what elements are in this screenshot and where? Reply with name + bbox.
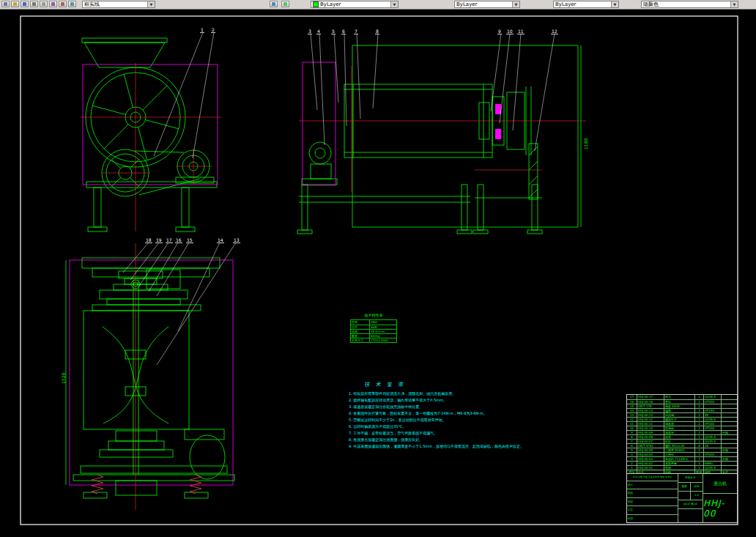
signature-header: 标记 处数 分区 更改文件号 签名 年月日 [627,474,678,481]
sheet-info: 共1张 第1张 [678,500,703,509]
chevron-down-icon[interactable]: ▼ [611,1,618,7]
save-icon[interactable] [21,1,29,7]
lineweight-value: ByLayer [555,1,576,7]
toolbar: 粗实线 ▼ ByLayer ▼ ByLayer ▼ ByLayer ▼ 随颜色 … [0,0,756,10]
drawing-canvas[interactable]: 1 2 3 4 5 6 7 8 9 10 11 12 18 19 17 16 1… [0,9,756,537]
signature-grid: 标记 处数 分区 更改文件号 签名 年月日 设计 校核 审核 工艺 批准 [627,474,678,522]
dimension-side-height: 1180 [584,138,588,149]
chevron-down-icon[interactable]: ▼ [512,1,519,7]
callout-11: 11 [517,29,525,34]
chevron-down-icon[interactable]: ▼ [147,1,155,7]
chevron-down-icon[interactable]: ▼ [730,1,738,7]
color-combo[interactable]: ByLayer ▼ [311,1,399,8]
tech-req-line: 6. 运转时轴承温升不得超过35℃。 [349,423,546,430]
weight-scale-labels: 重量比例 [678,483,703,492]
weight-scale-values: 1:5 [678,492,703,500]
parts-list-row: 9HHJ-00-09 减速器1 外购 [627,430,737,434]
parts-list-row: 13HHJ-00-13 搅拌轴1 45 [627,412,737,417]
stage-label: 阶段标记 [678,474,703,483]
front-view-guard [83,64,218,185]
title-block: 标记 处数 分区 更改文件号 签名 年月日 设计 校核 审核 工艺 批准 阶段标… [626,474,738,523]
tech-req-title: 技 术 要 求 [365,381,546,388]
callout-16: 16 [175,238,182,243]
print-preview-icon[interactable] [40,1,48,7]
callout-8: 8 [375,29,379,34]
callout-13: 13 [233,238,240,243]
parts-list-row: 1HHJ-00-01 底座1 Q235-A [627,465,737,470]
parts-list-row: 11HHJ-00-11 轴承座2 HT200 [627,421,737,426]
callout-14: 14 [217,238,224,243]
tech-req-lines: 1. 组装前所有零部件均应清洗干净，清除毛刺、油污及机械杂质。2. 搅拌轴装配后… [349,390,546,450]
zoom-window-icon[interactable] [270,1,278,7]
callout-10: 10 [506,29,514,34]
side-view-guard [303,62,501,185]
parts-list-row: 5HHJ-00-05 三角带 B18002 外购 [627,448,737,452]
tech-req-line: 7. 工作平稳，皮带松紧适当，空气管路系统不得漏气。 [349,430,546,437]
plotstyle-combo[interactable]: 随颜色 ▼ [641,1,738,8]
bottom-view-guard [70,260,233,485]
callout-17: 17 [166,238,173,243]
plotstyle-value: 随颜色 [643,1,659,7]
tech-req-line: 5. 空载试运转时间不少于2h，各运动部位不得有异常声响。 [349,417,546,423]
parts-list-row: 16HHJ-00-16 带轮1 HT200 [627,399,737,404]
callout-6: 6 [341,29,346,34]
parts-list-row: 8HHJ-00-08 筒体1 Q235-A [627,434,737,439]
callout-4: 4 [316,29,321,34]
parts-list-row: 7HHJ-00-07 机架1 Q235-A [627,439,737,443]
new-file-icon[interactable] [1,1,10,7]
copy-icon[interactable] [68,1,76,7]
tech-table-title: 技术特性表 [350,313,397,317]
zoom-realtime-icon[interactable] [281,1,289,7]
parts-list-row: 2HHJ-00-02 减振弹簧4 65Mn [627,461,737,465]
parts-list-row: 6GB/T 5781 螺栓 M12×408 35 [627,443,737,448]
parts-list: 17HHJ-00-17 料斗1 Q235-A 16HHJ-00-16 带轮1 H… [626,394,738,523]
find-icon[interactable] [49,1,57,7]
callout-5: 5 [331,29,336,34]
parts-list-row: 4HHJ-00-04 大带轮1 HT200 [627,452,737,456]
sig-row-approve: 批准 [627,515,678,522]
sig-row-process: 工艺 [627,506,678,514]
parts-list-row: 17HHJ-00-17 料斗1 Q235-A [627,395,737,399]
linetype-combo[interactable]: 粗实线 ▼ [82,1,155,8]
callout-19: 19 [155,238,163,243]
front-view-leaders [154,32,214,158]
sig-row-audit: 审核 [627,498,678,506]
open-file-icon[interactable] [11,1,19,7]
product-name: 混合机 [703,474,737,494]
dimension-view-height: 1520 [62,373,66,384]
tech-req-line: 1. 组装前所有零部件均应清洗干净，清除毛刺、油污及机械杂质。 [349,390,546,397]
sig-row-design: 设计 [627,481,678,489]
callout-18: 18 [145,238,152,243]
drawing-number: HHJ-00 [703,494,737,522]
color-value: ByLayer [320,1,341,7]
tech-table-row: 功率4kW [351,325,396,329]
linetype-value: 粗实线 [84,1,100,7]
tech-table-row: 转速35.5r/min [351,329,396,333]
drawing-id-block: 混合机 HHJ-00 [703,474,737,522]
parts-list-row: 3HHJ-00-03 电动机 Y112M-41 外购 [627,456,737,461]
side-view-centerlines [299,66,586,192]
parts-list-row: 14HHJ-00-14 端盖2 HT150 [627,408,737,412]
linetype-bylayer-combo[interactable]: ByLayer ▼ [454,1,520,8]
tech-req-line: 9. 外露表面涂漆前应除锈，漆膜厚度不小于1.5mm，涂层均匀不得有流挂、起泡等… [349,443,546,450]
chevron-down-icon[interactable]: ▼ [390,1,398,7]
tech-req-line: 8. 各润滑点按规定加注润滑脂，润滑应良好。 [349,437,546,443]
stage-blank [678,509,703,522]
vibration-springs [92,475,201,494]
tech-req-line: 4. 各紧固件应拧紧可靠，防松装置齐全，第一组螺栓为7-16N·m，M6-8为3… [349,410,546,417]
bottom-view [66,258,234,498]
parts-list-row: 10HHJ-00-10 联轴器1 HT200 [627,426,737,430]
stage-grid: 阶段标记 重量比例 1:5 共1张 第1张 [678,474,703,522]
callout-9: 9 [497,29,502,34]
tech-table-row: 外形尺寸1700×1060 [351,338,396,342]
cut-icon[interactable] [59,1,67,7]
tech-table: 容积250L 功率4kW 转速35.5r/min 重量600kg 外形尺寸170… [350,319,397,343]
technical-requirements: 技 术 要 求 1. 组装前所有零部件均应清洗干净，清除毛刺、油污及机械杂质。2… [349,381,546,450]
print-icon[interactable] [30,1,38,7]
tech-req-line: 2. 搅拌轴装配后应转动灵活，轴向窜动量不得大于0.5mm。 [349,397,546,404]
parts-list-row: 15GB/T 276 轴承 62082 [627,404,737,408]
parts-list-row: 12HHJ-00-12 螺旋叶片1 Q235-A [627,417,737,421]
lineweight-combo[interactable]: ByLayer ▼ [553,1,619,8]
side-view [297,45,581,234]
callout-2: 2 [211,28,215,33]
